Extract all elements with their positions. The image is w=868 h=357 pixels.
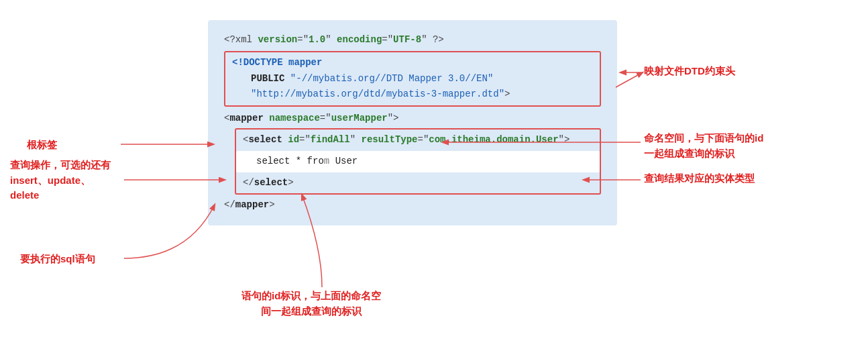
label-result-type: 查询结果对应的实体类型: [644, 171, 755, 185]
mapper-close-tag: </mapper>: [224, 197, 601, 213]
code-panel: <?xml version="1.0" encoding="UTF-8" ?> …: [208, 20, 617, 225]
label-id: 语句的id标识，与上面的命名空 间一起组成查询的标识: [241, 289, 381, 319]
label-root-tag: 根标签: [27, 138, 57, 152]
label-sql-stmt: 要执行的sql语句: [20, 252, 95, 266]
label-namespace: 命名空间，与下面语句的id 一起组成查询的标识: [644, 131, 763, 161]
label-dtd: 映射文件DTD约束头: [644, 64, 735, 78]
svg-line-5: [616, 72, 643, 87]
label-query-ops: 查询操作，可选的还有 insert、update、 delete: [10, 158, 111, 203]
doctype-block: <!DOCTYPE mapper PUBLIC "-//mybatis.org/…: [224, 51, 601, 107]
xml-declaration: <?xml version="1.0" encoding="UTF-8" ?>: [224, 32, 601, 48]
select-block: <select id="findAll" resultType="com.ith…: [235, 128, 601, 195]
mapper-open-tag: <mapper namespace="userMapper">: [224, 111, 601, 127]
